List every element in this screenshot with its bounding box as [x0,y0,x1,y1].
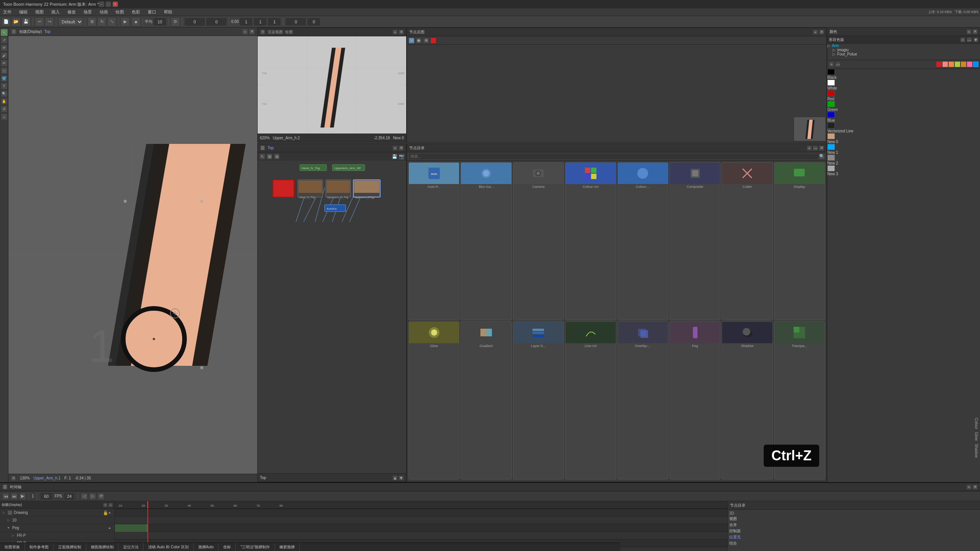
cs-remove[interactable]: — [967,37,972,42]
open-button[interactable]: 📂 [11,17,21,26]
maximize-button[interactable]: □ [106,2,111,7]
colour-new0[interactable]: New 0 [827,133,980,144]
colour-new2[interactable]: New 2 [827,155,980,165]
minimize-button[interactable]: ─ [99,2,104,7]
layer-drawing-lock[interactable]: 🔓 [103,510,108,515]
effect-cutter[interactable]: Cutter [722,162,773,320]
effect-line-art[interactable]: Line-Art [565,321,616,479]
colour-blue[interactable]: Blue [827,112,980,122]
effect-layer-s[interactable]: Layer-S... [513,321,564,479]
x-input[interactable] [184,18,205,26]
tl-onion-2[interactable]: ▷ [89,493,96,500]
menu-color[interactable]: 色彩 [130,9,142,15]
tab-sandwich[interactable]: "三明治"胳膊制作 [236,543,275,551]
settings-button[interactable]: ⚙ [171,17,180,26]
y-input[interactable] [206,18,227,26]
arrow-tool[interactable]: ↗ [1,37,8,44]
menu-drawing[interactable]: 绘图 [114,9,126,15]
effect-gradient[interactable]: Gradient [461,321,511,479]
tab-auto-color[interactable]: 清稿 Auto 和 Color 区别 [144,543,194,551]
play-button[interactable]: ▶ [121,17,130,26]
node-save-btn[interactable]: 💾 [392,153,398,160]
effect-composite[interactable]: Composite [670,162,720,320]
layer-fr-p[interactable]: ▷ FR-P [0,532,114,540]
tab-rubber[interactable]: 橡胶胳膊 [275,543,300,551]
prev-menu-btn[interactable]: ☰ [260,29,265,35]
prev-add-btn[interactable]: + [392,29,398,35]
tab-side-arm[interactable]: 侧面胳膊绘制 [86,543,119,551]
stop-button[interactable]: ■ [131,17,140,26]
paint-tool[interactable]: 🪣 [1,75,8,82]
frame-num-input[interactable] [307,18,320,26]
viewport-menu-btn[interactable]: ☰ [11,29,17,35]
rotate-view-tool[interactable]: ↺ [1,106,8,112]
colour-white[interactable]: White [827,80,980,90]
brush-tool[interactable]: 🖌 [1,52,8,59]
effect-blur[interactable]: Blur-Ga... [461,162,511,320]
nml-search-btn[interactable]: 🔍 [819,153,825,160]
palette-four-polue[interactable]: ▷ Four_Polue [827,52,980,56]
tl-add[interactable]: + [966,484,972,490]
cs-arrow[interactable]: ▼ [973,37,978,42]
close-button[interactable]: ✕ [113,2,118,7]
rnp-tb1[interactable]: ⊞ [408,37,415,44]
node-close-btn[interactable]: ✕ [399,145,404,151]
tl-tb-1[interactable]: ⏮ [2,493,9,500]
layer-10[interactable]: ▷ 10 [0,517,114,524]
vp-footer-btn[interactable]: ⚙ [11,476,16,481]
tl-close[interactable]: ✕ [972,484,978,490]
colour-green[interactable]: Green [827,101,980,112]
hand-tool[interactable]: ✋ [1,98,8,105]
colour-red[interactable]: Red [827,90,980,101]
viewport-add-btn[interactable]: + [242,29,248,35]
angle-input[interactable] [239,18,253,26]
colour-vecline[interactable]: Vectorized Line [827,122,980,133]
tl-tb-2[interactable]: ⏭ [11,493,18,500]
zoom-tool[interactable]: 🔍 [1,90,8,97]
nml-close[interactable]: ✕ [819,145,824,151]
layer-del[interactable]: — [108,503,113,507]
tab-drawing-replace[interactable]: 绘图替换 [0,543,25,551]
select-tool[interactable]: ↖ [1,29,8,36]
cl-remove[interactable]: — [835,62,841,67]
viewport-close-btn[interactable]: ✕ [249,29,255,35]
prev-drawing-tab[interactable]: 绘图 [285,29,293,35]
pencil-tool[interactable]: ✏ [1,60,8,67]
layer-frp-expand[interactable]: ▷ [11,533,15,538]
colour-new1[interactable]: New 1 [827,144,980,155]
effect-auto-patch[interactable]: Auto Auto-P... [408,162,459,320]
nf-btn2[interactable]: ▼ [399,475,404,481]
effect-overlay[interactable]: Overlay-... [617,321,668,479]
layer-drawing-add[interactable]: + [108,510,113,515]
redo-button[interactable]: ↪ [45,17,54,26]
menu-animation[interactable]: 动画 [98,9,109,15]
layer-10-expand[interactable]: ▷ [6,518,11,523]
node-tb-3[interactable]: ⊕ [274,153,280,160]
effect-colour[interactable]: Colour-... [617,162,668,320]
tl-play[interactable]: ▶ [19,493,26,500]
prev-render-tab[interactable]: 渲染视图 [268,29,283,35]
save-button[interactable]: 💾 [21,17,31,26]
effect-display[interactable]: Display [774,162,825,320]
colour-black[interactable]: Black [827,69,980,80]
tl-end-input[interactable] [40,492,53,500]
tl-loop[interactable]: ⟳ [98,493,105,500]
rnp-tb2[interactable]: ◉ [416,37,422,44]
effect-colour-art[interactable]: Colour-Art [565,162,616,320]
effect-peg[interactable]: Peg [670,321,720,479]
menu-modify[interactable]: 修改 [66,9,77,15]
rnp-close[interactable]: ✕ [819,29,824,35]
playhead[interactable] [147,501,148,509]
tl-fps-input[interactable] [64,492,75,500]
nml-add[interactable]: + [807,145,812,151]
zoom-input[interactable] [153,18,167,26]
effect-camera[interactable]: Camera [513,162,564,320]
tab-front-arm[interactable]: 正面胳膊绘制 [54,543,86,551]
colour-new3[interactable]: New 3 [827,165,980,176]
rotate-button[interactable]: ↻ [97,17,106,26]
scale-x-input[interactable] [253,18,267,26]
bone-tool[interactable]: ⊥ [1,113,8,120]
eraser-tool[interactable]: ◻ [1,67,8,74]
scale-button[interactable]: ⤡ [107,17,116,26]
tab-arm-auto[interactable]: 胳膊Auto [194,543,219,551]
